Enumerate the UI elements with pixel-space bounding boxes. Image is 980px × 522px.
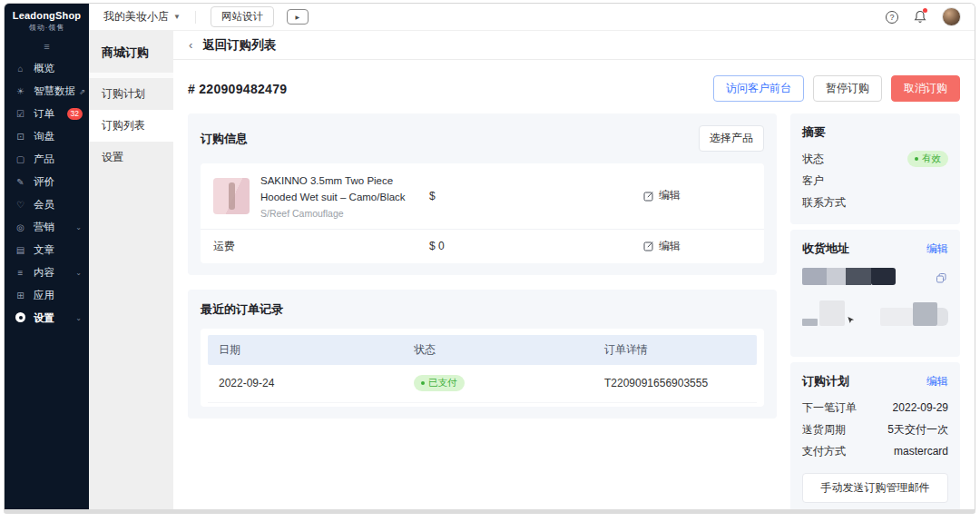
- shipping-label: 运费: [213, 239, 429, 254]
- cycle-label: 送货周期: [802, 422, 846, 438]
- card-title: 订购信息: [201, 131, 248, 147]
- pause-subscription-button[interactable]: 暂停订购: [813, 75, 882, 102]
- sidebar-item-overview[interactable]: ⌂ 概览: [5, 57, 89, 80]
- payment-label: 支付方式: [802, 444, 846, 459]
- store-selector[interactable]: 我的美妆小店 ▼: [89, 9, 195, 25]
- subnav-item-plans[interactable]: 订购计划: [89, 78, 173, 110]
- order-detail-number: T2209091656903555: [604, 377, 746, 389]
- table-row[interactable]: 2022-09-24 已支付 T2209091656903555: [208, 365, 757, 403]
- video-tutorial-button[interactable]: ▶: [287, 9, 309, 25]
- subnav-item-list[interactable]: 订购列表: [89, 110, 173, 142]
- product-price: $: [429, 190, 643, 202]
- visit-storefront-button[interactable]: 访问客户前台: [713, 75, 804, 102]
- sidebar-item-smart-data[interactable]: ☀ 智慧数据 ⇗: [5, 80, 89, 103]
- redacted-address-line: [802, 300, 948, 326]
- shipping-address-section: 收货地址 编辑: [790, 230, 960, 357]
- redacted-address-line: [802, 268, 948, 285]
- status-label: 已支付: [428, 377, 457, 389]
- copy-icon[interactable]: [936, 271, 947, 288]
- edit-label: 编辑: [659, 188, 681, 203]
- next-order-label: 下一笔订单: [802, 400, 857, 416]
- sidebar-item-content[interactable]: ≡ 内容 ⌄: [5, 261, 89, 284]
- sidebar-item-label: 设置: [34, 311, 54, 325]
- recent-orders-card: 最近的订单记录 日期 状态 订单详情 2022-09-24 已支付: [188, 290, 777, 419]
- brand-subtitle: 领动·领售: [5, 23, 89, 33]
- sidebar-item-label: 会员: [34, 198, 54, 212]
- data-star-icon: ☀: [15, 86, 26, 96]
- active-status-badge: 有效: [907, 151, 948, 167]
- sidebar-item-inquiries[interactable]: ⊡ 询盘: [5, 125, 89, 148]
- section-title: 摘要: [802, 124, 826, 141]
- edit-shipping-link[interactable]: 编辑: [643, 239, 681, 254]
- gear-icon: [15, 312, 26, 324]
- website-design-button[interactable]: 网站设计: [211, 6, 274, 27]
- back-link[interactable]: 返回订购列表: [202, 37, 276, 54]
- sidebar-item-articles[interactable]: ▤ 文章: [5, 239, 89, 261]
- next-order-value: 2022-09-29: [893, 401, 948, 414]
- sidebar-item-settings[interactable]: 设置 ⌄: [5, 307, 89, 330]
- edit-plan-link[interactable]: 编辑: [926, 374, 948, 389]
- sidebar-item-orders[interactable]: ☑ 订单 32: [5, 103, 89, 125]
- back-chevron-icon[interactable]: ‹: [189, 38, 192, 52]
- back-bar: ‹ 返回订购列表: [173, 31, 975, 60]
- help-icon[interactable]: ?: [886, 11, 898, 24]
- send-management-email-button[interactable]: 手动发送订购管理邮件: [802, 473, 948, 503]
- sidebar-item-label: 内容: [34, 266, 54, 280]
- chevron-down-icon: ⌄: [75, 223, 82, 231]
- app-window: LeadongShop 领动·领售 ≡ ⌂ 概览 ☀ 智慧数据 ⇗ ☑ 订单 3…: [4, 3, 975, 514]
- brand-logo: LeadongShop 领动·领售: [5, 4, 89, 33]
- cycle-value: 5天交付一次: [887, 422, 948, 438]
- section-title: 收货地址: [802, 241, 849, 257]
- table-header: 日期 状态 订单详情: [208, 335, 757, 365]
- edit-address-link[interactable]: 编辑: [926, 241, 948, 257]
- divider: [195, 11, 196, 24]
- section-title: 订购计划: [802, 373, 849, 389]
- sidebar-item-members[interactable]: ♡ 会员: [5, 193, 89, 216]
- subscription-number: # 220909482479: [188, 82, 287, 96]
- select-product-button[interactable]: 选择产品: [699, 125, 764, 152]
- cursor-icon: [847, 311, 855, 328]
- shipping-price: $ 0: [429, 240, 643, 252]
- sidebar-item-label: 应用: [34, 289, 54, 302]
- module-title: 商城订购: [89, 31, 173, 78]
- edit-label: 编辑: [659, 239, 681, 254]
- status-value: 有效: [922, 153, 941, 165]
- chevron-down-icon: ⌄: [75, 269, 82, 277]
- brand-name: LeadongShop: [5, 10, 89, 21]
- subscription-info-card: 订购信息 选择产品 SAKINNO 3.5mm Two Piece Hooded…: [188, 113, 777, 275]
- bag-icon: ▢: [15, 154, 26, 164]
- payment-value: mastercard: [894, 445, 948, 458]
- product-image: [213, 178, 250, 214]
- sidebar-item-marketing[interactable]: ◎ 营销 ⌄: [5, 216, 89, 239]
- sidebar-collapse-icon[interactable]: ≡: [5, 41, 89, 52]
- module-sidebar: 商城订购 订购计划 订购列表 设置: [89, 31, 173, 509]
- sidebar-item-reviews[interactable]: ✎ 评价: [5, 171, 89, 193]
- article-icon: ▤: [15, 245, 26, 255]
- top-bar: 我的美妆小店 ▼ 网站设计 ▶ ?: [89, 4, 975, 31]
- shipping-row: 运费 $ 0 编辑: [201, 229, 764, 263]
- notification-bell-icon[interactable]: [914, 10, 926, 24]
- heart-icon: ♡: [15, 200, 26, 210]
- paid-status-badge: 已支付: [414, 375, 465, 391]
- sidebar-item-label: 文章: [34, 243, 54, 257]
- notification-dot: [923, 8, 927, 13]
- avatar[interactable]: [942, 7, 961, 26]
- sidebar-item-label: 询盘: [34, 130, 54, 143]
- sidebar-item-label: 评价: [34, 175, 54, 189]
- cancel-subscription-button[interactable]: 取消订购: [891, 75, 960, 102]
- edit-product-link[interactable]: 编辑: [643, 188, 681, 203]
- edit-icon: [643, 241, 654, 251]
- order-check-icon: ☑: [15, 109, 26, 119]
- sidebar-item-apps[interactable]: ⊞ 应用: [5, 284, 89, 307]
- sidebar-item-label: 营销: [34, 221, 54, 234]
- column-date: 日期: [219, 342, 414, 358]
- main-sidebar: LeadongShop 领动·领售 ≡ ⌂ 概览 ☀ 智慧数据 ⇗ ☑ 订单 3…: [5, 4, 89, 509]
- subnav-item-settings[interactable]: 设置: [89, 142, 173, 173]
- sidebar-item-label: 产品: [34, 153, 54, 166]
- main-panel: ‹ 返回订购列表 # 220909482479 访问客户前台 暂停订购 取消订购…: [173, 31, 975, 509]
- sidebar-item-products[interactable]: ▢ 产品: [5, 148, 89, 171]
- home-icon: ⌂: [15, 64, 26, 74]
- summary-section: 摘要 状态 有效 客户 联系方式: [790, 113, 960, 224]
- store-name: 我的美妆小店: [103, 9, 169, 25]
- caret-down-icon: ▼: [173, 13, 181, 21]
